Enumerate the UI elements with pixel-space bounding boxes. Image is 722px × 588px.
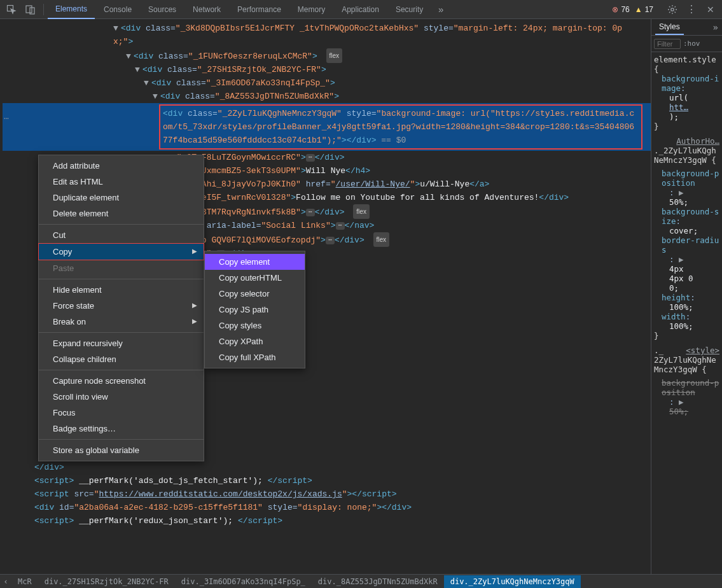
css-prop[interactable]: height: 100%; (654, 293, 719, 312)
ctx-delete[interactable]: Delete element (39, 206, 204, 221)
dom-node[interactable]: <script> __perfMark('ads_dot_js_fetch_st… (3, 474, 651, 487)
warning-icon[interactable]: ▲ (635, 5, 642, 14)
flex-badge[interactable]: flex (353, 204, 370, 219)
rule-source-link[interactable]: AuthorHo… (676, 136, 719, 146)
rule-source-link[interactable]: <style> (686, 346, 719, 355)
css-prop-overridden[interactable]: background-position : ▶ 50%; (654, 378, 719, 416)
dom-close: </div> (3, 461, 651, 474)
close-devtools-icon[interactable]: ✕ (702, 1, 719, 18)
tab-sources[interactable]: Sources (141, 0, 184, 19)
flex-badge[interactable]: flex (326, 48, 343, 63)
dom-node[interactable]: <div id="a2ba06a4-a2ec-4182-b295-c15ffe5… (3, 501, 651, 514)
dom-node[interactable]: ▼<div class="_3Kd8DQpBIbsr5E1JcrMFTY _1t… (3, 22, 639, 48)
rule-close: } (654, 122, 719, 131)
ctx-cut[interactable]: Cut (39, 227, 204, 243)
expand-ellipsis[interactable]: ⋯ (306, 154, 315, 162)
dom-node[interactable]: ▼<div class="_27SH1SRzjtOk_2NB2YC-FR"> (3, 63, 651, 76)
css-prop[interactable]: background-size: cover; (654, 207, 719, 235)
ctx-copy-selector[interactable]: Copy selector (205, 286, 305, 302)
svg-point-3 (671, 8, 674, 10)
ctx-duplicate[interactable]: Duplicate element (39, 190, 204, 206)
expand-ellipsis[interactable]: ⋯ (336, 222, 345, 230)
ctx-copy[interactable]: Copy ▶ (39, 244, 204, 260)
error-count: 76 (621, 5, 629, 14)
ctx-copy-js-path[interactable]: Copy JS path (205, 302, 305, 318)
ctx-copy-outerhtml[interactable]: Copy outerHTML (205, 270, 305, 286)
ctx-focus[interactable]: Focus (39, 405, 204, 421)
error-icon[interactable]: ⊗ (612, 5, 618, 14)
css-prop[interactable]: border-radius : ▶ 4px 4px 0 0; (654, 235, 719, 293)
svg-rect-1 (26, 6, 32, 13)
ctx-store-global[interactable]: Store as global variable (39, 442, 204, 458)
ctx-edit-html[interactable]: Edit as HTML (39, 174, 204, 190)
dom-node[interactable]: ▼<div class="_3Im6OD67aKo33nqI4FpSp_"> (3, 76, 651, 90)
expand-ellipsis[interactable]: ⋯ (326, 237, 335, 244)
ctx-copy-xpath[interactable]: Copy XPath (205, 333, 305, 349)
kebab-menu-icon[interactable]: ⋮ (683, 1, 700, 18)
devtools-toolbar: Elements Console Sources Network Perform… (0, 0, 722, 19)
ctx-copy-styles[interactable]: Copy styles (205, 318, 305, 333)
warning-count: 17 (645, 5, 653, 14)
styles-tabs-overflow-icon[interactable]: » (713, 22, 718, 32)
toolbar-separator (43, 4, 44, 15)
device-toggle-icon[interactable] (22, 1, 39, 18)
gutter-ellipsis: … (4, 112, 9, 122)
dom-node[interactable]: ▼<div class="_8AZ553JgDTNn5ZUmBdXkR"> (3, 90, 651, 103)
dom-node[interactable]: ▼<div class="_1FUNcfOeszr8eruqLxCMcR"> f… (3, 48, 651, 63)
css-prop[interactable]: width: 100%; (654, 312, 719, 331)
tabs-overflow-icon[interactable]: » (432, 1, 450, 18)
ctx-copy-full-xpath[interactable]: Copy full XPath (205, 349, 305, 365)
expand-ellipsis[interactable]: ⋯ (306, 209, 315, 216)
rule-selector[interactable]: ._2ZyL7luKQghNeMnczY3gqW { (654, 146, 719, 165)
tab-performance[interactable]: Performance (230, 0, 289, 19)
flex-badge[interactable]: flex (373, 232, 390, 247)
tab-application[interactable]: Application (334, 0, 387, 19)
hov-toggle[interactable]: :hov (683, 39, 700, 48)
ctx-add-attribute[interactable]: Add attribute (39, 158, 204, 174)
dom-node[interactable]: <script src="https://www.redditstatic.co… (3, 487, 651, 501)
ctx-collapse[interactable]: Collapse children (39, 351, 204, 367)
dom-breadcrumb: ‹ McR div._27SH1SRzjtOk_2NB2YC-FR div._3… (0, 574, 722, 588)
tab-memory[interactable]: Memory (290, 0, 333, 19)
tab-security[interactable]: Security (388, 0, 431, 19)
tab-console[interactable]: Console (96, 0, 139, 19)
breadcrumb-scroll-left-icon[interactable]: ‹ (0, 577, 11, 586)
ctx-paste: Paste (39, 260, 204, 276)
tab-elements[interactable]: Elements (48, 0, 95, 19)
dom-node[interactable]: <script> __perfMark('redux_json_start');… (3, 514, 651, 528)
submenu-arrow-icon: ▶ (192, 318, 197, 325)
breadcrumb-item[interactable]: div._3Im6OD67aKo33nqI4FpSp_ (175, 575, 312, 588)
styles-panel: Styles » :hov element.style { background… (651, 19, 722, 574)
ctx-expand[interactable]: Expand recursively (39, 335, 204, 351)
ctx-force-state[interactable]: Force state ▶ (39, 298, 204, 314)
rule-close: } (654, 331, 719, 340)
css-prop[interactable]: background-image: url( htt… ); (654, 74, 719, 122)
context-submenu-copy: Copy element Copy outerHTML Copy selecto… (204, 251, 305, 368)
inspect-icon[interactable] (3, 1, 20, 18)
css-prop[interactable]: background-position : ▶ 50%; (654, 169, 719, 207)
submenu-arrow-icon: ▶ (192, 248, 197, 255)
elements-panel: … ▼<div class="_3Kd8DQpBIbsr5E1JcrMFTY _… (0, 19, 651, 574)
settings-icon[interactable] (663, 1, 681, 18)
rule-selector[interactable]: element.style { (654, 55, 719, 74)
breadcrumb-item[interactable]: div._8AZ553JgDTNn5ZUmBdXkR (312, 575, 444, 588)
ctx-copy-element[interactable]: Copy element (205, 254, 305, 270)
breadcrumb-item-active[interactable]: div._2ZyL7luKQghNeMnczY3gqW (444, 575, 581, 588)
submenu-arrow-icon: ▶ (192, 302, 197, 309)
rule-selector[interactable]: 2ZyL7luKQghNeMnczY3gqW { (654, 355, 719, 374)
ctx-hide[interactable]: Hide element (39, 282, 204, 298)
tab-network[interactable]: Network (185, 0, 228, 19)
context-menu: Add attribute Edit as HTML Duplicate ele… (38, 155, 204, 461)
ctx-badge[interactable]: Badge settings… (39, 421, 204, 437)
ctx-break-on[interactable]: Break on ▶ (39, 314, 204, 330)
styles-tab[interactable]: Styles (655, 20, 684, 35)
ctx-scroll[interactable]: Scroll into view (39, 389, 204, 405)
styles-filter-input[interactable] (654, 39, 681, 49)
selected-dom-node[interactable]: <div class="_2ZyL7luKQghNeMnczY3gqW" sty… (3, 103, 651, 151)
breadcrumb-item[interactable]: McR (11, 575, 38, 588)
ctx-capture[interactable]: Capture node screenshot (39, 373, 204, 389)
breadcrumb-item[interactable]: div._27SH1SRzjtOk_2NB2YC-FR (38, 575, 175, 588)
